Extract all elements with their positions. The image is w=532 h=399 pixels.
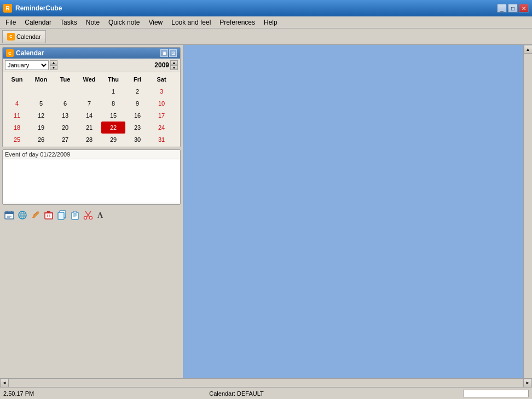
svg-rect-20: [58, 212, 64, 219]
calendar-widget: C Calendar ⊞ ⊡ January February March Ap…: [2, 47, 181, 147]
calendar-button-label: Calendar: [16, 33, 41, 40]
new-event-icon[interactable]: [3, 209, 15, 221]
scroll-left-button[interactable]: ◄: [0, 379, 9, 388]
day-cell[interactable]: 1: [101, 85, 125, 97]
menu-note[interactable]: Note: [82, 18, 104, 27]
window-controls: _ □ ✕: [497, 4, 529, 13]
menu-preferences[interactable]: Preferences: [215, 18, 259, 27]
day-cell[interactable]: 28: [77, 134, 101, 146]
cut-icon[interactable]: [82, 209, 94, 221]
bottom-scrollbar: ◄ ►: [0, 378, 532, 387]
menu-calendar[interactable]: Calendar: [20, 18, 56, 27]
maximize-button[interactable]: □: [508, 4, 518, 13]
calendar-title: Calendar: [16, 49, 44, 57]
weekday-thu: Thu: [101, 73, 125, 85]
calendar-expand-button[interactable]: ⊡: [169, 49, 177, 57]
calendar-header: C Calendar ⊞ ⊡: [3, 48, 180, 59]
horizontal-scroll-track: [9, 379, 523, 387]
menu-quicknote[interactable]: Quick note: [104, 18, 144, 27]
day-cell[interactable]: 21: [77, 122, 101, 134]
day-cell[interactable]: 12: [29, 109, 53, 122]
day-cell[interactable]: 17: [149, 109, 174, 122]
svg-point-29: [90, 217, 92, 219]
day-cell[interactable]: 5: [29, 97, 53, 109]
day-cell[interactable]: [5, 85, 29, 97]
calendar-header-controls: ⊞ ⊡: [160, 49, 177, 57]
menu-help[interactable]: Help: [259, 18, 282, 27]
month-select[interactable]: January February March April May June Ju…: [5, 60, 49, 70]
svg-text:A: A: [97, 211, 103, 219]
day-cell[interactable]: 19: [29, 122, 53, 134]
day-cell[interactable]: 24: [149, 122, 174, 134]
day-cell[interactable]: 3: [149, 85, 174, 97]
day-cell[interactable]: 7: [77, 97, 101, 109]
day-cell[interactable]: 18: [5, 122, 29, 134]
scroll-up-button[interactable]: ▲: [524, 45, 533, 54]
weekday-sun: Sun: [5, 73, 29, 85]
copy-icon[interactable]: [56, 209, 68, 221]
day-cell[interactable]: 29: [101, 134, 125, 146]
day-cell[interactable]: 31: [149, 134, 174, 146]
delete-event-icon[interactable]: [43, 209, 55, 221]
status-calendar: Calendar: DEFAULT: [209, 390, 263, 397]
day-cell[interactable]: [29, 85, 53, 97]
day-cell[interactable]: 30: [125, 134, 149, 146]
calendar-grid: Sun Mon Tue Wed Thu Fri Sat 1 2 3: [3, 72, 180, 147]
menu-file[interactable]: File: [1, 18, 20, 27]
title-bar-left: R ReminderCube: [3, 4, 62, 13]
scroll-right-button[interactable]: ►: [523, 379, 532, 388]
right-scrollbar: ▲ ▼: [523, 45, 532, 387]
day-cell[interactable]: 4: [5, 97, 29, 109]
year-spinner: ▲ ▼: [170, 60, 178, 70]
menu-tasks[interactable]: Tasks: [56, 18, 82, 27]
day-cell[interactable]: 23: [125, 122, 149, 134]
weekday-mon: Mon: [29, 73, 53, 85]
today-cell[interactable]: 22: [101, 122, 125, 134]
calendar-header-left: C Calendar: [6, 49, 44, 57]
day-cell[interactable]: 2: [125, 85, 149, 97]
app-icon: R: [3, 4, 12, 13]
calendar-week-3: 11 12 13 14 15 16 17: [5, 109, 178, 122]
calendar-header-icon: C: [6, 49, 14, 57]
paste-icon[interactable]: [69, 209, 81, 221]
close-button[interactable]: ✕: [519, 4, 529, 13]
day-cell[interactable]: 10: [149, 97, 174, 109]
day-cell[interactable]: 14: [77, 109, 101, 122]
month-up-button[interactable]: ▲: [50, 60, 57, 65]
year-display: 2009: [154, 61, 169, 69]
title-text: ReminderCube: [15, 4, 62, 12]
day-cell[interactable]: 13: [53, 109, 77, 122]
year-up-button[interactable]: ▲: [170, 60, 178, 65]
minimize-button[interactable]: _: [497, 4, 507, 13]
month-spinner: ▲ ▼: [50, 60, 57, 70]
calendar-toolbar-button[interactable]: C Calendar: [2, 30, 46, 43]
day-cell[interactable]: 20: [53, 122, 77, 134]
day-cell[interactable]: [77, 85, 101, 97]
month-down-button[interactable]: ▼: [50, 65, 57, 70]
font-icon[interactable]: A: [95, 209, 107, 221]
main-area: C Calendar ⊞ ⊡ January February March Ap…: [0, 45, 532, 387]
year-down-button[interactable]: ▼: [170, 65, 178, 70]
menu-view[interactable]: View: [144, 18, 167, 27]
day-cell[interactable]: 15: [101, 109, 125, 122]
day-cell[interactable]: 26: [29, 134, 53, 146]
edit-pencil-icon[interactable]: [30, 209, 42, 221]
weekday-wed: Wed: [77, 73, 101, 85]
menu-lookandfeel[interactable]: Look and feel: [167, 18, 215, 27]
svg-point-28: [84, 217, 87, 219]
event-textarea[interactable]: [3, 159, 180, 203]
status-bar: 2.50.17 PM Calendar: DEFAULT: [0, 387, 532, 399]
day-cell[interactable]: 25: [5, 134, 29, 146]
day-cell[interactable]: 8: [101, 97, 125, 109]
day-cell[interactable]: 9: [125, 97, 149, 109]
day-cell[interactable]: 11: [5, 109, 29, 122]
calendar-pin-button[interactable]: ⊞: [160, 49, 168, 57]
event-label: Event of day 01/22/2009: [3, 150, 180, 159]
day-cell[interactable]: 27: [53, 134, 77, 146]
globe-icon[interactable]: [16, 209, 28, 221]
day-cell[interactable]: [53, 85, 77, 97]
day-cell[interactable]: 6: [53, 97, 77, 109]
event-panel: Event of day 01/22/2009: [2, 149, 181, 205]
day-cell[interactable]: 16: [125, 109, 149, 122]
menu-bar: File Calendar Tasks Note Quick note View…: [0, 16, 532, 28]
